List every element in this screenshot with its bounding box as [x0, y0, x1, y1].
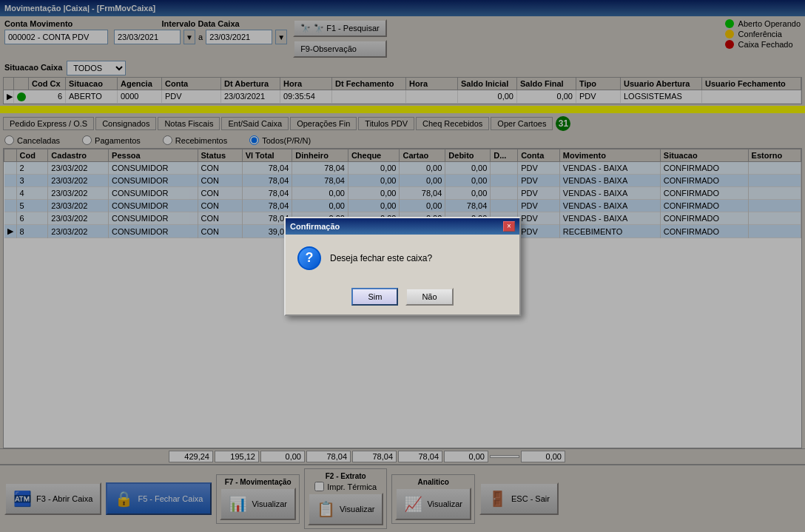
modal-buttons: Sim Não — [286, 282, 519, 314]
close-icon: × — [507, 222, 511, 230]
modal-question-icon: ? — [297, 246, 321, 270]
modal-close-button[interactable]: × — [503, 221, 515, 232]
modal-message: Deseja fechar este caixa? — [330, 253, 432, 263]
modal-overlay: Confirmação × ? Deseja fechar este caixa… — [0, 0, 805, 532]
modal-body: ? Deseja fechar este caixa? — [286, 235, 519, 282]
modal-title: Confirmação — [290, 222, 340, 231]
modal-title-bar: Confirmação × — [286, 218, 519, 235]
nao-button[interactable]: Não — [405, 288, 453, 306]
confirmation-dialog: Confirmação × ? Deseja fechar este caixa… — [284, 217, 521, 316]
sim-button[interactable]: Sim — [351, 288, 398, 306]
